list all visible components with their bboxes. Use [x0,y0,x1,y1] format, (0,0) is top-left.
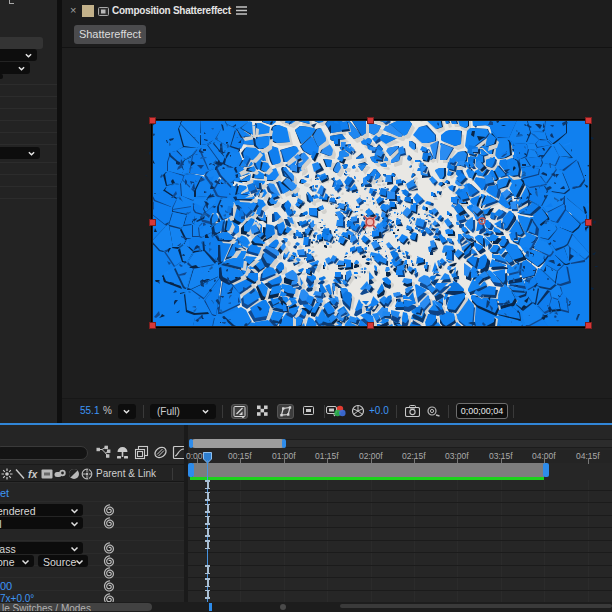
svg-text:fx: fx [28,468,38,480]
